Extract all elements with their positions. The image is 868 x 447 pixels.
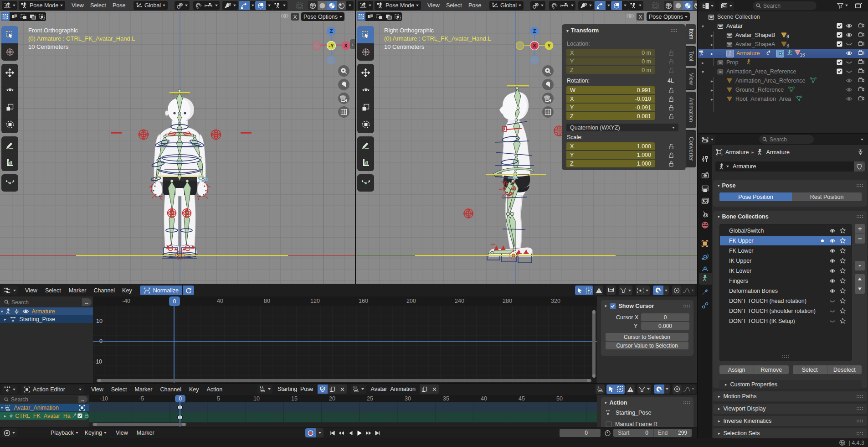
svg-text:Z: Z (533, 28, 536, 34)
svg-text:Z: Z (330, 28, 333, 34)
svg-text:-Y: -Y (329, 43, 334, 48)
svg-text:X: X (533, 43, 536, 48)
svg-text:Y: Y (547, 43, 551, 48)
svg-text:X: X (344, 43, 348, 48)
